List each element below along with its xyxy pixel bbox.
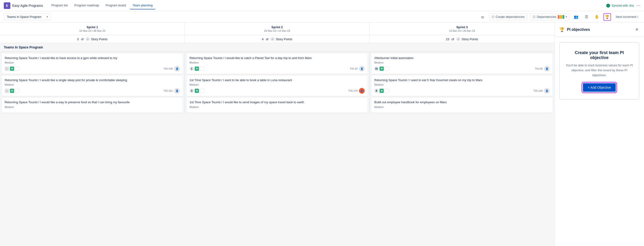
nav-links: Program list Program roadmap Program boa… [48,2,604,9]
app-name: Easy Agile Programs [12,4,43,7]
card-tis-144-id-avatar: TIS-144 👤 [534,88,550,94]
more-options-button[interactable]: ··· [637,3,640,8]
flag-button[interactable]: ⚑ [195,67,199,71]
flag-button[interactable]: ⚑ [10,67,14,71]
dep-color-yellow [560,15,562,19]
create-dependencies-button[interactable]: ⬡ Create dependencies [489,13,528,20]
empty-control [200,89,204,93]
nav-program-list[interactable]: Program list [48,2,70,9]
add-objective-button[interactable]: + Add Objective [583,83,616,92]
card-tis-144-title: Returning Space Tourist / I want to eat … [374,78,550,82]
card-tis-144-id: TIS-144 [534,89,543,92]
card-sprint1-3[interactable]: Returning Space Tourist / I would like a… [2,98,183,113]
app-logo: E Easy Agile Programs [4,2,43,9]
flag-button[interactable]: ⚑ [380,89,384,93]
next-increment-button[interactable]: Next increment › [614,14,640,20]
card-tis-25-footer: 1 ⚑ TIS-25 👤 [190,66,365,72]
card-tis-56[interactable]: Afterburner initial automation Medium 15… [372,54,552,74]
card-tis-56-controls: 15 ⚑ [374,67,389,71]
card-tis-174-controls: 3 ⚑ [190,89,204,93]
program-selector[interactable]: Teams In Space Program ▾ [4,13,51,20]
sprint-header-row: Sprint 1 15 Nov 23 • 28 Nov 23 Sprint 2 … [0,22,554,35]
num-badge: 8 [374,89,378,93]
card-tis-25-id: TIS-25 [350,67,358,70]
filter-button[interactable]: ⚌ [479,13,486,21]
pi-panel-header: 🏆 PI objectives ✕ [555,22,644,37]
pi-objectives-panel: 🏆 PI objectives ✕ Create your first team… [554,22,644,246]
card-tis-151[interactable]: Returning Space Tourist / I would like a… [2,76,183,96]
card-tis-174-footer: 3 ⚑ TIS-174 👤 [190,88,365,94]
card-tis-151-priority: Medium [5,83,180,86]
minus-button[interactable]: – [5,89,9,93]
nav-program-roadmap[interactable]: Program roadmap [72,2,102,9]
sp-text-2: of [265,37,269,41]
sprint-3-header: Sprint 3 13 Dec 23 • 26 Dec 23 [370,22,554,35]
card-tis-151-footer: – ⚑ TIS-151 👤 [5,88,180,94]
flag-button[interactable]: ⚑ [10,89,14,93]
card-tis-146-title: Returning Space Tourist / I would like t… [5,56,180,60]
pi-empty-title: Create your first team PI objective [566,50,633,60]
empty-control [385,89,389,93]
card-tis-174-priority: Medium [190,83,365,86]
card-sprint2-3[interactable]: 1st Time Space Tourist / I would like to… [187,98,368,113]
dep-color-indicators [558,15,564,19]
sprint-1-header: Sprint 1 15 Nov 23 • 28 Nov 23 [0,22,185,35]
list-icon-button[interactable]: ☰ [583,13,590,21]
sprint-1-name: Sprint 1 [4,25,181,29]
sp-dash-3: – [456,37,460,41]
chevron-down-icon: ▾ [566,15,567,18]
program-selector-text: Teams In Space Program [7,15,45,18]
close-panel-button[interactable]: ✕ [634,26,639,33]
team-section-header: Teams In Space Program [0,43,554,52]
card-tis-146-id-avatar: TIS-146 👤 [164,66,180,72]
sprint-2-name: Sprint 2 [188,25,366,29]
card-tis-174[interactable]: 1st Time Space Tourist / I want to be ab… [187,76,368,96]
sprint-2-story-points: 4 of – Story Points [185,35,370,43]
trophy-icon-button[interactable]: 🏆 [604,13,611,21]
card-tis-151-title: Returning Space Tourist / I would like a… [5,78,180,82]
card-tis-25-controls: 1 ⚑ [190,67,204,71]
flag-button[interactable]: ⚑ [195,89,199,93]
nav-team-planning[interactable]: Team planning [130,2,156,9]
card-sprint3-3[interactable]: Build out employee handbook for employee… [372,98,552,113]
sprint-2-header: Sprint 2 29 Nov 23 • 12 Dec 23 [185,22,370,35]
minus-button[interactable]: – [5,67,9,71]
team-icon-button[interactable]: 👥 [572,13,580,21]
main-content: Sprint 1 15 Nov 23 • 28 Nov 23 Sprint 2 … [0,22,644,246]
card-tis-25[interactable]: Returning Space Tourist / I would like t… [187,54,368,74]
hand-icon-button[interactable]: ✋ [593,13,601,21]
board-area: Sprint 1 15 Nov 23 • 28 Nov 23 Sprint 2 … [0,22,554,246]
card-tis-144[interactable]: Returning Space Tourist / I want to eat … [372,76,552,96]
sprint-1-dates: 15 Nov 23 • 28 Nov 23 [4,29,181,32]
sprint-1-cards-column: Returning Space Tourist / I would like t… [0,52,185,115]
sp-label-1: Story Points [91,37,108,41]
synced-badge: Synced with Jira [606,4,634,7]
card-sprint2-3-title: 1st Time Space Tourist / I would like to… [190,100,365,105]
sp-label-3: Story Points [462,37,478,41]
card-tis-151-controls: – ⚑ [5,89,19,93]
card-tis-146[interactable]: Returning Space Tourist / I would like t… [2,54,183,74]
card-tis-25-title: Returning Space Tourist / I would like t… [190,56,365,60]
dep-icon: ⬡ [533,15,535,18]
top-navigation: E Easy Agile Programs Program list Progr… [0,0,644,11]
sprint-3-cards-column: Afterburner initial automation Medium 15… [370,52,554,115]
flag-button[interactable]: ⚑ [380,67,384,71]
avatar: 👤 [544,88,550,94]
logo-icon: E [4,2,10,9]
avatar: 👤 [544,66,550,72]
story-points-row: 3 of – Story Points 4 of – Story Points … [0,35,554,43]
card-tis-56-priority: Medium [374,61,550,64]
num-badge: 3 [190,89,194,93]
avatar: 👤 [359,66,365,72]
empty-control [200,67,204,71]
card-sprint1-3-priority: Medium [5,106,180,109]
synced-text: Synced with Jira [612,4,634,7]
card-tis-151-id-avatar: TIS-151 👤 [164,88,180,94]
nav-program-board[interactable]: Program board [103,2,129,9]
dependencies-button[interactable]: ⬡ Dependencies ▾ [530,13,570,20]
avatar-red: 👤 [359,88,365,94]
sp-dash-1: – [86,37,90,41]
card-tis-56-footer: 15 ⚑ TIS-56 👤 [374,66,550,72]
sprint-1-story-points: 3 of – Story Points [0,35,185,43]
card-tis-146-controls: – ⚑ [5,67,19,71]
